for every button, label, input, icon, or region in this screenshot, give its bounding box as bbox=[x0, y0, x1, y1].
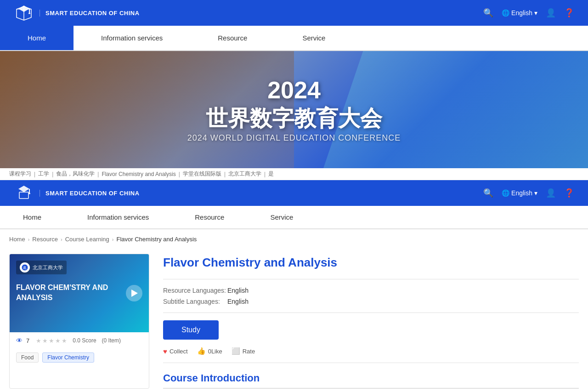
logo-icon bbox=[14, 3, 34, 23]
site-name-second: SMART EDUCATION OF CHINA bbox=[40, 190, 140, 197]
globe-icon: 🌐 bbox=[502, 9, 509, 17]
header-right-second: 🔍 🌐 English ▾ 👤 ❓ bbox=[483, 188, 574, 198]
course-thumbnail: 北 北京工商大学 FLAVOR CHEM'STRY AND ANALYSIS 👁… bbox=[9, 254, 149, 389]
top-header: SMART EDUCATION OF CHINA 🔍 🌐 English ▾ 👤… bbox=[0, 0, 588, 26]
bc-home[interactable]: Home bbox=[9, 236, 25, 243]
logo-area-second: SMART EDUCATION OF CHINA bbox=[14, 183, 140, 203]
study-button[interactable]: Study bbox=[163, 320, 219, 340]
course-title: Flavor Chemistry and Analysis bbox=[163, 256, 579, 270]
sep3: | bbox=[97, 171, 99, 177]
sep2: | bbox=[52, 171, 53, 177]
course-details: Flavor Chemistry and Analysis Resource L… bbox=[163, 254, 579, 389]
language-selector-second[interactable]: 🌐 English ▾ bbox=[502, 189, 537, 197]
nav-information-services[interactable]: Information services bbox=[74, 26, 190, 50]
star-2: ★ bbox=[42, 337, 48, 344]
bc-arrow-2: › bbox=[61, 237, 62, 242]
second-header: SMART EDUCATION OF CHINA 🔍 🌐 English ▾ 👤… bbox=[0, 180, 588, 206]
star-1: ★ bbox=[36, 337, 41, 344]
bc-item-3[interactable]: 食品，风味化学 bbox=[56, 170, 95, 178]
rate-action[interactable]: ⬜ Rate bbox=[232, 347, 255, 355]
star-rating: ★ ★ ★ ★ ★ bbox=[36, 337, 67, 344]
collect-action[interactable]: ♥ Collect bbox=[163, 347, 188, 355]
bc-arrow-3: › bbox=[112, 237, 114, 242]
language-label-top: English bbox=[511, 9, 532, 17]
bc-item-5[interactable]: 学堂在线国际版 bbox=[183, 170, 221, 178]
user-icon-second[interactable]: 👤 bbox=[546, 188, 556, 198]
bc-item-2[interactable]: 工学 bbox=[38, 170, 49, 178]
play-button[interactable] bbox=[126, 285, 142, 301]
language-label-second: English bbox=[511, 189, 532, 197]
score-value: 0.0 Score bbox=[73, 337, 96, 344]
sep4: | bbox=[179, 171, 180, 177]
nav-home[interactable]: Home bbox=[0, 26, 74, 50]
action-row: ♥ Collect 👍 0Like ⬜ Rate bbox=[163, 347, 579, 355]
rate-label: Rate bbox=[243, 348, 255, 355]
help-icon-second[interactable]: ❓ bbox=[564, 188, 574, 198]
search-icon-top[interactable]: 🔍 bbox=[483, 8, 493, 18]
star-4: ★ bbox=[55, 337, 61, 344]
nav-service[interactable]: Service bbox=[275, 26, 353, 50]
bc-item-4[interactable]: Flavor Chemistry and Analysis bbox=[102, 171, 175, 177]
hero-year: 2024 bbox=[187, 76, 401, 104]
content-area: 北 北京工商大学 FLAVOR CHEM'STRY AND ANALYSIS 👁… bbox=[9, 249, 579, 392]
resource-info: Resource Languages: English Subtitle Lan… bbox=[163, 287, 579, 305]
university-logo: 北 北京工商大学 bbox=[16, 261, 67, 274]
thumbnail-tags: Food Flavor Chemistry bbox=[10, 349, 149, 368]
nav-resource[interactable]: Resource bbox=[190, 26, 275, 50]
site-name-top: SMART EDUCATION OF CHINA bbox=[40, 10, 140, 17]
bc-item-7[interactable]: 是 bbox=[268, 170, 274, 178]
second-nav-resource[interactable]: Resource bbox=[172, 206, 247, 228]
bc-current: Flavor Chemistry and Analysis bbox=[116, 236, 197, 243]
bc-item-6[interactable]: 北京工商大学 bbox=[228, 170, 261, 178]
search-icon-second[interactable]: 🔍 bbox=[483, 188, 493, 198]
resource-language-row: Resource Languages: English bbox=[163, 287, 579, 294]
page-breadcrumb: Home › Resource › Course Learning › Flav… bbox=[0, 229, 588, 249]
score-count: (0 Item) bbox=[102, 337, 121, 344]
collect-label: Collect bbox=[170, 348, 188, 355]
svg-point-6 bbox=[28, 13, 30, 14]
separator-2 bbox=[163, 312, 579, 313]
logo-area: SMART EDUCATION OF CHINA bbox=[14, 3, 140, 23]
main-nav: Home Information services Resource Servi… bbox=[0, 26, 588, 51]
thumbs-up-icon: 👍 bbox=[197, 347, 206, 355]
eye-icon: 👁 bbox=[16, 337, 23, 344]
svg-rect-10 bbox=[19, 192, 28, 199]
play-triangle bbox=[131, 290, 138, 297]
svg-text:北: 北 bbox=[23, 266, 27, 269]
help-icon-top[interactable]: ❓ bbox=[564, 8, 574, 18]
dropdown-arrow-top: ▾ bbox=[534, 9, 537, 17]
star-3: ★ bbox=[49, 337, 54, 344]
like-action[interactable]: 👍 0Like bbox=[197, 347, 222, 355]
globe-icon-second: 🌐 bbox=[502, 189, 509, 197]
university-name: 北京工商大学 bbox=[33, 264, 63, 271]
thumbnail-course-title: FLAVOR CHEM'STRY AND ANALYSIS bbox=[16, 283, 142, 303]
hero-banner: 2024 世界数字教育大会 2024 WORLD DIGITAL EDUCATI… bbox=[0, 51, 588, 168]
hero-title-cn: 世界数字教育大会 bbox=[187, 104, 401, 133]
bc-course-learning[interactable]: Course Learning bbox=[65, 236, 109, 243]
bc-item-1[interactable]: 课程学习 bbox=[9, 170, 31, 178]
view-count: 7 bbox=[26, 337, 29, 344]
thumbnail-image: 北 北京工商大学 FLAVOR CHEM'STRY AND ANALYSIS bbox=[10, 254, 149, 332]
subtitle-language-row: Subtitle Languages: English bbox=[163, 298, 579, 305]
rate-icon: ⬜ bbox=[232, 347, 240, 355]
bc-arrow-1: › bbox=[28, 237, 30, 242]
tag-flavor-chemistry[interactable]: Flavor Chemistry bbox=[42, 352, 94, 363]
language-selector-top[interactable]: 🌐 English ▾ bbox=[502, 9, 537, 17]
tag-food[interactable]: Food bbox=[16, 352, 39, 363]
hero-title-en: 2024 WORLD DIGITAL EDUCATION CONFERENCE bbox=[187, 133, 401, 143]
thumbnail-footer: 👁 7 ★ ★ ★ ★ ★ 0.0 Score (0 Item) bbox=[10, 332, 149, 349]
second-nav-information-services[interactable]: Information services bbox=[64, 206, 172, 228]
univ-logo-icon: 北 bbox=[20, 262, 30, 273]
subtitle-languages-label: Subtitle Languages: bbox=[163, 298, 227, 305]
star-5: ★ bbox=[62, 337, 67, 344]
user-icon-top[interactable]: 👤 bbox=[546, 8, 556, 18]
separator-3 bbox=[163, 363, 579, 363]
second-nav-service[interactable]: Service bbox=[247, 206, 316, 228]
sep5: | bbox=[224, 171, 226, 177]
hero-content: 2024 世界数字教育大会 2024 WORLD DIGITAL EDUCATI… bbox=[187, 76, 401, 143]
bc-resource[interactable]: Resource bbox=[32, 236, 58, 243]
course-intro-heading: Course Introduction bbox=[163, 372, 579, 389]
second-nav-home[interactable]: Home bbox=[0, 206, 64, 228]
breadcrumb-bar-top: 课程学习 | 工学 | 食品，风味化学 | Flavor Chemistry a… bbox=[0, 168, 588, 180]
header-right: 🔍 🌐 English ▾ 👤 ❓ bbox=[483, 8, 574, 18]
